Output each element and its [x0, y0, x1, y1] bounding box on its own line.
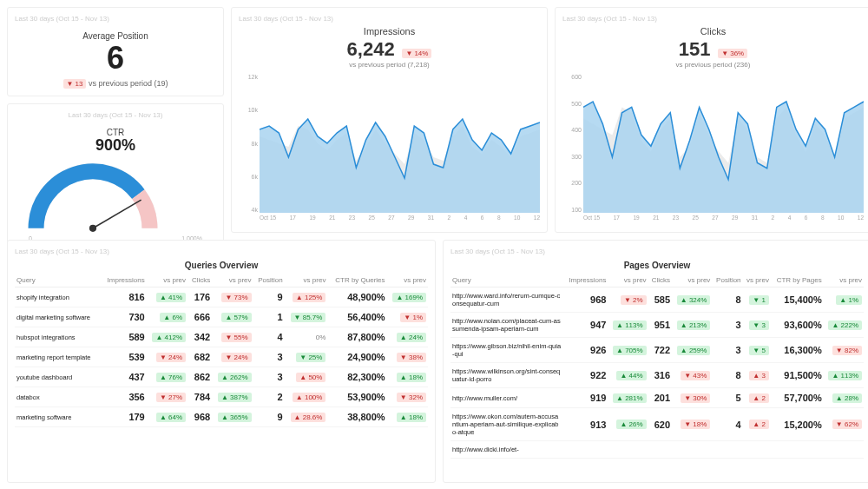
table-row[interactable]: digital marketing software730▲ 6%666▲ 57…: [15, 307, 428, 327]
chart-plot: 600500400300200100 Oct 15171921232527293…: [562, 74, 864, 225]
delta-badge: ▼ 2%: [621, 295, 647, 305]
table-row[interactable]: https://www.okon.com/autem-accusantium-a…: [450, 408, 864, 441]
cell-ctr-delta: [824, 441, 864, 459]
cell-clk-delta: ▼ 24%: [212, 347, 253, 367]
kpi-value: 6: [15, 41, 216, 76]
cell-ctr: 24,900%: [327, 347, 386, 367]
chart-title: Impressions: [239, 26, 540, 36]
delta-badge: ▼ 14%: [402, 49, 431, 58]
cell-ctr: 16,300%: [771, 338, 824, 363]
cell-imp-delta: [608, 441, 648, 459]
delta-badge: ▲ 41%: [156, 293, 186, 302]
table-row[interactable]: https://www.gibson.biz/nihil-enim-quia-q…: [450, 338, 864, 363]
kpi-value: 900%: [15, 137, 216, 155]
cell-query: http://www.dicki.info/et-: [450, 441, 563, 459]
chart-title: Clicks: [562, 26, 864, 36]
table-row[interactable]: http://www.dicki.info/et-: [450, 441, 864, 459]
delta-badge: ▼ 27%: [156, 393, 186, 402]
chart-plot: 12k10k8k6k4k Oct 15171921232527293124681…: [239, 74, 540, 225]
delta-badge: ▲ 50%: [296, 373, 326, 382]
delta-badge: ▲ 262%: [218, 373, 252, 382]
cell-pos-delta: [743, 441, 771, 459]
delta-badge: ▲ 222%: [828, 320, 862, 330]
table-row[interactable]: http://www.muller.com/919▲ 281%201▼ 30%5…: [450, 388, 864, 408]
cell-position: 4: [253, 327, 285, 347]
cell-ctr-delta: ▲ 169%: [387, 287, 428, 307]
cell-query: http://www.muller.com/: [450, 388, 563, 408]
table-queries[interactable]: Last 30 days (Oct 15 - Nov 13) Queries O…: [7, 240, 436, 483]
chart-impressions[interactable]: Last 30 days (Oct 15 - Nov 13) Impressio…: [231, 7, 548, 233]
table-row[interactable]: http://www.ward.info/rerum-cumque-conseq…: [450, 287, 864, 313]
cell-ctr-delta: ▲ 222%: [824, 313, 864, 338]
col-header: vs prev: [608, 274, 648, 287]
delta-badge: ▼ 85.7%: [291, 313, 326, 322]
table-row[interactable]: marketing software179▲ 64%968▲ 365%9▲ 28…: [15, 407, 428, 427]
col-header: Position: [712, 274, 742, 287]
table-pages[interactable]: Last 30 days (Oct 15 - Nov 13) Pages Ove…: [443, 240, 868, 483]
table-row[interactable]: shopify integration816▲ 41%176▼ 73%9▲ 12…: [15, 287, 428, 307]
kpi-average-position[interactable]: Last 30 days (Oct 15 - Nov 13) Average P…: [7, 7, 224, 96]
cell-pos-delta: ▲ 50%: [285, 367, 328, 387]
col-header: vs prev: [743, 274, 771, 287]
delta-badge: ▼ 30%: [681, 393, 710, 403]
delta-badge: ▼ 3: [749, 320, 769, 330]
table-row[interactable]: marketing report template539▼ 24%682▼ 24…: [15, 347, 428, 367]
cell-pos-delta: ▲ 100%: [285, 387, 328, 407]
chart-value: 6,242: [347, 38, 395, 61]
cell-imp-delta: ▲ 705%: [608, 338, 648, 363]
delta-badge: ▼ 13: [63, 79, 87, 89]
period-label: Last 30 days (Oct 15 - Nov 13): [450, 248, 864, 255]
cell-position: [712, 441, 742, 459]
chart-clicks[interactable]: Last 30 days (Oct 15 - Nov 13) Clicks 15…: [555, 7, 868, 233]
cell-ctr-delta: ▲ 28%: [824, 388, 864, 408]
queries-table: QueryImpressionsvs prevClicksvs prevPosi…: [15, 274, 428, 427]
cell-impressions: 179: [101, 407, 146, 427]
cell-clicks: 951: [648, 313, 673, 338]
delta-badge: ▲ 28.6%: [291, 413, 326, 422]
col-header: vs prev: [672, 274, 712, 287]
delta-badge: ▼ 1: [749, 295, 769, 305]
table-row[interactable]: hubspot integrations589▲ 412%342▼ 55%40%…: [15, 327, 428, 347]
cell-query: https://www.gibson.biz/nihil-enim-quia-q…: [450, 338, 563, 363]
table-row[interactable]: youtube dashboard437▲ 76%862▲ 262%3▲ 50%…: [15, 367, 428, 387]
table-row[interactable]: https://www.wilkinson.org/sint-consequat…: [450, 363, 864, 388]
cell-impressions: 968: [563, 287, 608, 313]
delta-badge: ▲ 259%: [677, 346, 711, 355]
gauge-icon: [15, 157, 171, 235]
cell-position: 4: [712, 408, 742, 441]
table-row[interactable]: http://www.nolan.com/placeat-cum-assumen…: [450, 313, 864, 338]
cell-query: http://www.ward.info/rerum-cumque-conseq…: [450, 287, 563, 313]
cell-position: 1: [253, 307, 285, 327]
cell-clicks: 201: [648, 388, 673, 408]
period-label: Last 30 days (Oct 15 - Nov 13): [562, 15, 864, 23]
cell-clicks: [648, 441, 673, 459]
cell-position: 3: [712, 338, 742, 363]
cell-pos-delta: ▲ 3: [743, 363, 771, 388]
cell-clicks: 682: [187, 347, 212, 367]
cell-ctr: [771, 441, 824, 459]
col-header: vs prev: [147, 274, 187, 287]
cell-clicks: 585: [648, 287, 673, 313]
cell-pos-delta: ▲ 125%: [285, 287, 328, 307]
kpi-ctr[interactable]: Last 30 days (Oct 15 - Nov 13) CTR 900% …: [7, 103, 224, 250]
cell-clicks: 620: [648, 408, 673, 441]
delta-badge: ▼ 73%: [221, 293, 251, 302]
cell-ctr: 48,900%: [327, 287, 386, 307]
cell-pos-delta: 0%: [285, 327, 328, 347]
cell-impressions: [563, 441, 608, 459]
cell-query: digital marketing software: [15, 307, 101, 327]
cell-position: 9: [253, 407, 285, 427]
cell-ctr: 91,500%: [771, 363, 824, 388]
cell-clicks: 862: [187, 367, 212, 387]
cell-clk-delta: ▲ 57%: [212, 307, 253, 327]
table-row[interactable]: databox356▼ 27%784▲ 387%2▲ 100%53,900%▼ …: [15, 387, 428, 407]
cell-ctr-delta: ▲ 113%: [824, 363, 864, 388]
cell-impressions: 922: [563, 363, 608, 388]
cell-clk-delta: ▼ 43%: [672, 363, 712, 388]
cell-position: 8: [712, 363, 742, 388]
cell-ctr-delta: ▼ 82%: [824, 338, 864, 363]
cell-imp-delta: ▼ 24%: [147, 347, 187, 367]
delta-badge: ▲ 6%: [160, 313, 186, 322]
svg-line-0: [93, 200, 141, 228]
delta-badge: ▲ 281%: [613, 393, 647, 403]
